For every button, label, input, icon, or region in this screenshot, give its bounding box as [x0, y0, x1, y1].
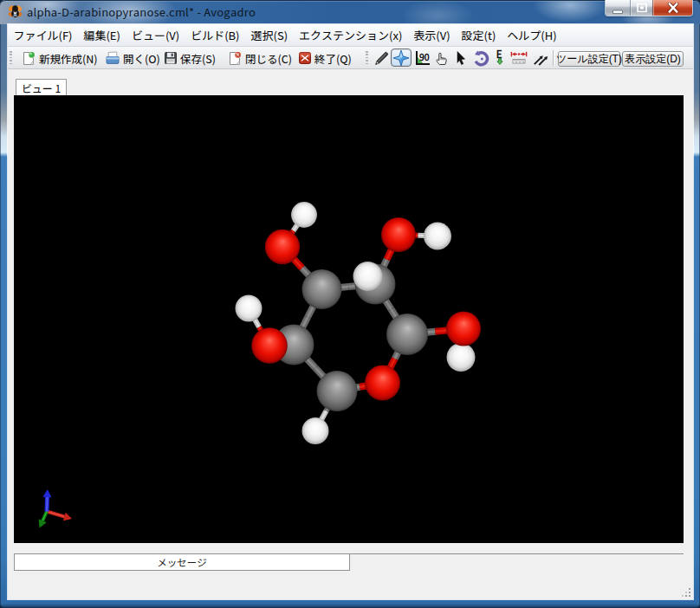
avogadro-app-icon — [8, 4, 23, 19]
minimize-button[interactable] — [606, 0, 630, 16]
align-tool-button[interactable] — [531, 49, 548, 67]
menu-build[interactable]: ビルド(B) — [185, 24, 245, 46]
atom-h[interactable] — [447, 343, 476, 372]
dock-separator[interactable] — [349, 553, 684, 554]
window-controls — [605, 0, 693, 16]
open-file-label: 開く(O) — [123, 50, 160, 67]
open-icon — [105, 51, 120, 65]
minimize-icon — [612, 10, 623, 15]
close-file-button[interactable]: 閉じる(C) — [224, 49, 295, 68]
maximize-icon — [637, 3, 647, 13]
save-file-label: 保存(S) — [180, 50, 216, 67]
draw-tool-button[interactable] — [373, 49, 390, 67]
new-file-button[interactable]: 新規作成(N) — [18, 49, 101, 68]
menu-display[interactable]: 表示(V) — [408, 24, 456, 46]
atom-c[interactable] — [317, 371, 358, 411]
atom-o[interactable] — [251, 327, 288, 364]
menu-select[interactable]: 選択(S) — [245, 24, 294, 46]
open-file-button[interactable]: 開く(O) — [101, 49, 164, 68]
menu-view[interactable]: ビュー(V) — [126, 24, 185, 46]
close-document-icon — [228, 51, 243, 66]
pencil-icon — [373, 50, 390, 67]
close-icon — [667, 3, 678, 13]
select-tool-button[interactable] — [452, 49, 470, 67]
quit-label: 終了(Q) — [314, 50, 352, 67]
molecule-viewport[interactable] — [14, 95, 684, 543]
view-tab-bar: ビュー 1 — [8, 69, 693, 95]
display-settings-button[interactable]: 表示設定(D) — [622, 51, 684, 67]
atom-h[interactable] — [353, 262, 383, 291]
atom-o[interactable] — [365, 365, 400, 401]
navigate-icon — [392, 49, 410, 67]
maximize-button[interactable] — [630, 0, 653, 16]
new-document-icon — [22, 51, 36, 66]
auto-optimize-tool-button[interactable]: E — [491, 49, 509, 67]
toolbar-drag-handle[interactable] — [10, 51, 12, 65]
svg-text:90: 90 — [419, 50, 430, 63]
menu-edit[interactable]: 編集(E) — [78, 24, 126, 46]
atom-o[interactable] — [381, 217, 416, 252]
quit-icon — [298, 51, 312, 65]
hand-icon — [433, 50, 450, 67]
auto-rotate-tool-button[interactable] — [472, 49, 489, 67]
manipulate-tool-button[interactable] — [432, 49, 450, 67]
atom-c[interactable] — [302, 269, 342, 309]
client-area: ファイル(F) 編集(E) ビュー(V) ビルド(B) 選択(S) エクステンシ… — [8, 24, 693, 599]
messages-dock-title[interactable]: メッセージ — [14, 553, 350, 571]
axes-indicator — [39, 489, 72, 528]
cursor-arrow-icon — [453, 50, 469, 67]
toolbar-drag-handle[interactable] — [366, 51, 368, 65]
atom-h[interactable] — [424, 223, 451, 250]
title-bar[interactable]: alpha-D-arabinopyranose.cml* - Avogadro — [0, 0, 700, 24]
toolbar-separator — [553, 50, 554, 66]
molecule-3d-render — [14, 95, 684, 543]
close-file-label: 閉じる(C) — [245, 50, 292, 67]
menu-bar: ファイル(F) 編集(E) ビュー(V) ビルド(B) 選択(S) エクステンシ… — [8, 24, 693, 47]
save-file-button[interactable]: 保存(S) — [160, 49, 219, 68]
align-icon — [532, 50, 548, 67]
quit-button[interactable]: 終了(Q) — [295, 49, 355, 68]
atom-h[interactable] — [291, 202, 317, 228]
measure-icon — [510, 49, 528, 67]
tool-settings-button[interactable]: ツール設定(T) — [558, 51, 620, 67]
atom-c[interactable] — [386, 314, 428, 355]
new-file-label: 新規作成(N) — [39, 50, 98, 67]
resize-grip[interactable] — [682, 588, 691, 598]
rotate-icon — [473, 50, 489, 67]
atom-o[interactable] — [265, 230, 300, 264]
atom-o[interactable] — [446, 312, 481, 346]
navigate-tool-button[interactable] — [391, 49, 412, 67]
menu-extensions[interactable]: エクステンション(x) — [294, 24, 408, 46]
menu-help[interactable]: ヘルプ(H) — [502, 24, 562, 46]
atom-h[interactable] — [236, 295, 262, 322]
menu-settings[interactable]: 設定(t) — [456, 24, 502, 46]
atoms — [236, 202, 482, 444]
optimize-e-icon: E — [492, 49, 508, 67]
menu-file[interactable]: ファイル(F) — [8, 24, 78, 46]
close-button[interactable] — [652, 0, 692, 16]
atom-h[interactable] — [302, 417, 329, 444]
window-title: alpha-D-arabinopyranose.cml* - Avogadro — [27, 0, 256, 23]
bond-angle-90-icon: 90 — [414, 49, 431, 67]
measure-tool-button[interactable] — [510, 49, 528, 67]
avogadro-window: alpha-D-arabinopyranose.cml* - Avogadro — [0, 0, 700, 608]
save-icon — [164, 51, 178, 65]
bond-centric-tool-button[interactable]: 90 — [414, 49, 431, 67]
main-toolbar: 新規作成(N) 開く(O) 保存(S) — [8, 47, 693, 69]
tab-view-1[interactable]: ビュー 1 — [16, 79, 67, 95]
